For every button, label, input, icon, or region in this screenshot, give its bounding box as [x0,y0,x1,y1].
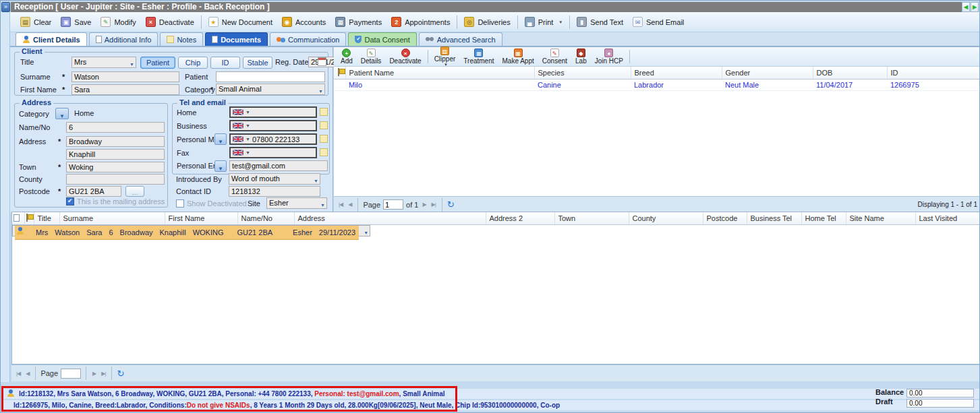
patient-toggle-button[interactable]: Patient [140,57,175,69]
deactivate-button[interactable]: Deactivate [141,14,199,30]
tab-communication[interactable]: Communication [270,32,346,46]
client-address2-cell[interactable]: Knaphill [156,226,190,240]
personal-mob-input[interactable]: ▼ 07800 222133 [229,133,317,145]
show-deactivated-checkbox[interactable] [176,199,184,208]
chip-button[interactable]: Chip [178,57,208,69]
first-name-input[interactable]: Sara [71,84,179,95]
business-tel-input[interactable]: ▼ [229,120,317,131]
lab-button[interactable]: Lab [571,47,591,66]
next-page-icon[interactable]: ▶ [91,371,97,377]
title-select[interactable]: Mrs [71,57,136,68]
patient-row[interactable]: Milo Canine Labrador Neut Male 11/04/201… [334,80,980,91]
site-select[interactable]: Esher [266,197,327,209]
first-name-column-header[interactable]: First Name [165,212,237,225]
town-input[interactable]: Woking [66,162,165,172]
tab-data-consent[interactable]: Data Consent [348,32,416,46]
calendar-icon[interactable] [318,57,326,66]
tab-advanced-search[interactable]: Advanced Search [419,32,502,46]
dob-cell[interactable]: 11/04/2017 [813,80,887,91]
client-home-tel-cell[interactable] [283,226,289,240]
client-business-tel-cell[interactable] [276,226,283,240]
last-page-icon[interactable]: ▶| [100,371,107,377]
client-title-cell[interactable]: Mrs [32,226,51,240]
last-page-icon[interactable]: ▶| [430,201,437,208]
join-hcp-button[interactable]: Join HCP [591,47,627,66]
name-no-column-header[interactable]: Name/No [237,212,294,225]
personal-email-input[interactable]: test@gmail.com [229,160,328,171]
county-column-header[interactable]: County [629,212,703,225]
surname-input[interactable]: Watson [71,71,179,82]
town-column-header[interactable]: Town [554,212,629,225]
client-name-no-cell[interactable]: 6 [105,226,116,240]
home-tel-column-header[interactable]: Home Tel [801,212,846,225]
patient-name-column-header[interactable]: Patient Name [345,67,534,80]
clear-button[interactable]: Clear [16,14,56,30]
collapsed-side-panel[interactable] [1,12,10,382]
personal-mob-dropdown-button[interactable] [214,133,227,145]
dob-column-header[interactable]: DOB [813,67,887,80]
patient-add-button[interactable]: Add [337,47,357,66]
address2-column-header[interactable]: Address 2 [486,212,554,225]
page-number-input[interactable] [383,199,403,210]
note-icon[interactable] [320,121,328,129]
postcode-lookup-button[interactable]: ... [125,186,144,197]
tab-client-details[interactable]: Client Details [16,32,87,46]
stable-button[interactable]: Stable [243,57,272,69]
document-column-header[interactable] [12,212,24,225]
last-visited-column-header[interactable]: Last Visited [915,212,980,225]
breed-cell[interactable]: Labrador [631,80,722,91]
patient-deactivate-button[interactable]: Deactivate [385,47,425,66]
personal-email-dropdown-button[interactable] [214,160,227,172]
contact-id-input[interactable]: 1218132 [229,186,320,197]
note-icon[interactable] [320,148,328,156]
note-icon[interactable] [320,108,328,116]
page-number-input[interactable] [61,369,81,379]
postcode-input[interactable]: GU21 2BA [66,186,121,197]
surname-column-header[interactable]: Surname [59,212,165,225]
treatment-button[interactable]: Treatment [459,47,498,66]
id-cell[interactable]: 1266975 [887,80,980,91]
county-input[interactable] [66,174,165,185]
name-no-input[interactable]: 6 [66,122,165,133]
home-tel-input[interactable]: ▼ [229,106,317,118]
note-icon[interactable] [320,135,328,143]
breed-column-header[interactable]: Breed [631,67,722,80]
appointments-button[interactable]: Appointments [386,14,455,30]
client-row-selected[interactable]: Mrs Watson Sara 6 Broadway Knaphill WOKI… [12,225,370,236]
species-column-header[interactable]: Species [534,67,631,80]
client-town-cell[interactable]: WOKING [190,226,227,240]
accounts-button[interactable]: Accounts [277,14,330,30]
nav-back-button[interactable]: ◀ [962,2,970,12]
refresh-icon[interactable]: ↻ [117,369,124,379]
first-page-icon[interactable]: |◀ [15,371,22,377]
client-last-visited-cell[interactable]: 29/11/2023 [316,226,359,240]
print-button[interactable]: Print [520,14,568,30]
collapse-panel-button[interactable]: » [1,2,10,12]
modify-button[interactable]: Modify [96,14,140,30]
patient-name-cell[interactable]: Milo [345,80,534,91]
first-page-icon[interactable]: |◀ [337,201,344,208]
site-name-column-header[interactable]: Site Name [846,212,915,225]
payments-button[interactable]: Payments [330,14,386,30]
consent-button[interactable]: Consent [538,47,571,66]
business-tel-column-header[interactable]: Business Tel [747,212,801,225]
introduced-by-select[interactable]: Word of mouth [229,173,320,185]
gender-column-header[interactable]: Gender [722,67,813,80]
title-column-header[interactable]: Title [34,212,59,225]
species-cell[interactable]: Canine [534,80,631,91]
next-page-icon[interactable]: ▶ [421,201,427,208]
postcode-column-header[interactable]: Postcode [703,212,747,225]
client-surname-cell[interactable]: Watson [51,226,83,240]
save-button[interactable]: Save [56,14,96,30]
gender-cell[interactable]: Neut Male [722,80,813,91]
category-select[interactable]: Small Animal [216,84,325,95]
nav-forward-button[interactable]: ▶ [971,2,979,12]
patient-details-button[interactable]: Details [357,47,386,66]
flag-column-header[interactable] [334,67,345,80]
address-category-dropdown-button[interactable] [55,108,69,119]
mailing-address-checkbox[interactable] [66,197,74,205]
client-first-name-cell[interactable]: Sara [83,226,105,240]
tab-additional-info[interactable]: Additional Info [89,32,158,46]
deliveries-button[interactable]: Deliveries [459,14,515,30]
client-site-name-cell[interactable]: Esher [289,226,316,240]
